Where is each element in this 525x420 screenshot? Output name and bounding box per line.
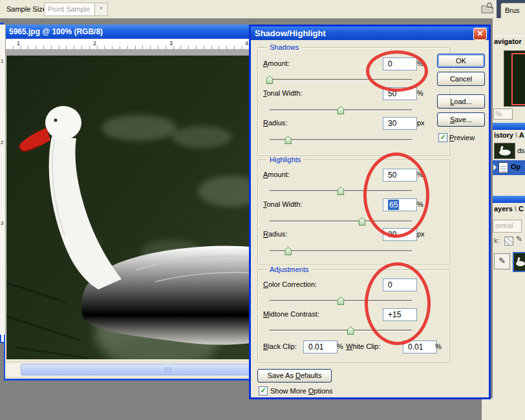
slider-thumb[interactable]: [359, 217, 366, 226]
color-correction-label: Color Correction:: [263, 280, 317, 288]
annotation-circle-shadows-amount: [366, 50, 428, 92]
midtone-contrast-label: Midtone Contrast:: [263, 310, 319, 318]
annotation-circle-adjustments: [365, 262, 431, 345]
dialog-title: Shadow/Highlight: [255, 28, 326, 38]
history-state-icon: [498, 162, 508, 173]
history-pointer-icon: [493, 164, 497, 171]
navigator-zoom-field[interactable]: %: [493, 109, 513, 120]
slider-thumb[interactable]: [347, 326, 354, 335]
show-more-options-label: Show More Options: [270, 387, 333, 395]
layers-tab-label: ayers: [494, 205, 513, 213]
save-button[interactable]: Save...: [437, 112, 485, 127]
lock-label: k:: [494, 236, 500, 244]
white-clip-unit: %: [435, 342, 442, 350]
ruler-number: 3: [1, 220, 3, 226]
black-clip-unit: %: [337, 342, 343, 350]
ruler-number: 3: [169, 40, 173, 47]
shadows-radius-slider[interactable]: [270, 135, 412, 144]
tab-layers[interactable]: ayers \ C: [494, 205, 524, 213]
ruler-number: 1: [1, 58, 3, 64]
preview-checkbox[interactable]: ✓: [438, 133, 447, 142]
shadows-tonal-label: Tonal Width:: [263, 89, 303, 97]
white-clip-label: White Clip:: [346, 342, 380, 350]
ruler-number: 2: [1, 140, 3, 145]
shadows-radius-unit: px: [417, 119, 425, 127]
history-doc-name: ds: [517, 147, 525, 154]
slider-thumb[interactable]: [338, 297, 345, 305]
highlights-amount-label: Amount:: [263, 171, 290, 178]
ruler-number: 1: [17, 40, 20, 47]
canvas-image-swan[interactable]: [6, 56, 255, 359]
lock-transparency-icon[interactable]: [504, 236, 513, 246]
load-button[interactable]: Load...: [437, 94, 485, 109]
label-part: Show More: [270, 387, 308, 395]
vertical-ruler: 1 2 3: [0, 25, 6, 335]
dropdown-arrow-icon[interactable]: ▼: [94, 3, 108, 16]
black-clip-label: Black Clip:: [263, 342, 297, 350]
shadows-amount-label: Amount:: [263, 59, 290, 67]
shadows-radius-field[interactable]: 30: [383, 117, 417, 130]
shadows-tonal-slider[interactable]: [270, 105, 412, 114]
highlights-legend: Highlights: [267, 156, 303, 163]
document-window: 5965.jpg @ 100% (RGB/8) 1 2 3 4: [4, 25, 255, 381]
preview-label: Preview: [449, 134, 475, 142]
canvas-margin: [5, 49, 255, 56]
close-icon[interactable]: ✕: [473, 28, 487, 40]
shadows-tonal-unit: %: [417, 89, 423, 97]
highlights-tonal-label: Tonal Width:: [263, 200, 303, 208]
sample-size-dropdown[interactable]: Point Sample: [44, 3, 99, 16]
tab-divider: \: [515, 131, 517, 139]
label-part: efaults: [301, 372, 321, 379]
history-tab-label: istory: [494, 131, 513, 139]
file-browser-icon[interactable]: [480, 2, 495, 16]
ruler-number: 2: [93, 40, 96, 47]
scrollbar-thumb[interactable]: [21, 364, 253, 375]
layer-thumbnail-selected[interactable]: [513, 252, 525, 272]
ruler-number: 4: [245, 40, 248, 47]
slider-thumb[interactable]: [284, 247, 292, 255]
black-clip-field[interactable]: 0.01: [303, 341, 338, 353]
show-more-options-checkbox[interactable]: ✓: [259, 386, 268, 395]
shadows-radius-label: Radius:: [263, 119, 287, 127]
lock-paint-icon[interactable]: ✎: [516, 235, 522, 244]
actions-tab-label[interactable]: A: [519, 131, 524, 139]
sample-size-label: Sample Size:: [6, 5, 48, 13]
save-label: Save...: [450, 113, 472, 126]
tab-divider: \: [515, 205, 517, 213]
scrollbar-grip: [165, 367, 173, 372]
label-part: ptions: [314, 387, 332, 395]
slider-thumb[interactable]: [338, 187, 345, 195]
highlights-radius-slider[interactable]: [270, 246, 412, 255]
label-part: Save As: [268, 372, 295, 379]
slider-thumb[interactable]: [284, 136, 292, 144]
blend-mode-dropdown[interactable]: ormal: [493, 220, 522, 233]
label-key: D: [295, 372, 301, 379]
tab-brushes[interactable]: Brus: [500, 3, 525, 19]
tab-navigator[interactable]: avigator: [494, 37, 522, 45]
adjustments-legend: Adjustments: [267, 266, 312, 273]
cancel-button[interactable]: Cancel: [437, 72, 485, 86]
highlights-radius-label: Radius:: [263, 230, 287, 238]
history-palette-titlebar[interactable]: [493, 123, 525, 130]
highlights-radius-unit: px: [417, 230, 425, 238]
slider-thumb[interactable]: [338, 106, 345, 114]
slider-thumb[interactable]: [266, 76, 273, 84]
save-as-defaults-button[interactable]: Save As Defaults: [257, 369, 332, 383]
history-state-label: Op: [511, 163, 520, 171]
horizontal-ruler: [5, 39, 255, 50]
channels-tab-label[interactable]: C: [519, 205, 524, 213]
horizontal-scrollbar[interactable]: [5, 362, 255, 376]
options-bar: Sample Size: Point Sample ▼: [0, 0, 525, 19]
label-key: O: [308, 387, 314, 395]
dialog-title-bar[interactable]: Shadow/Highlight: [251, 26, 489, 40]
layer-paint-indicator-icon: ✎: [494, 253, 510, 269]
ok-button[interactable]: OK: [437, 54, 485, 68]
annotation-circle-highlights: [363, 152, 429, 238]
history-snapshot-thumbnail[interactable]: [494, 143, 515, 159]
navigator-view-box[interactable]: [511, 53, 525, 105]
tab-history[interactable]: istory \ A: [494, 131, 524, 139]
layers-palette-titlebar[interactable]: [493, 196, 525, 203]
navigator-tab-label: avigator: [494, 37, 522, 45]
document-title-bar[interactable]: 5965.jpg @ 100% (RGB/8): [5, 25, 255, 39]
photoshop-screen: Sample Size: Point Sample ▼ Brus 5965.jp…: [0, 0, 525, 420]
